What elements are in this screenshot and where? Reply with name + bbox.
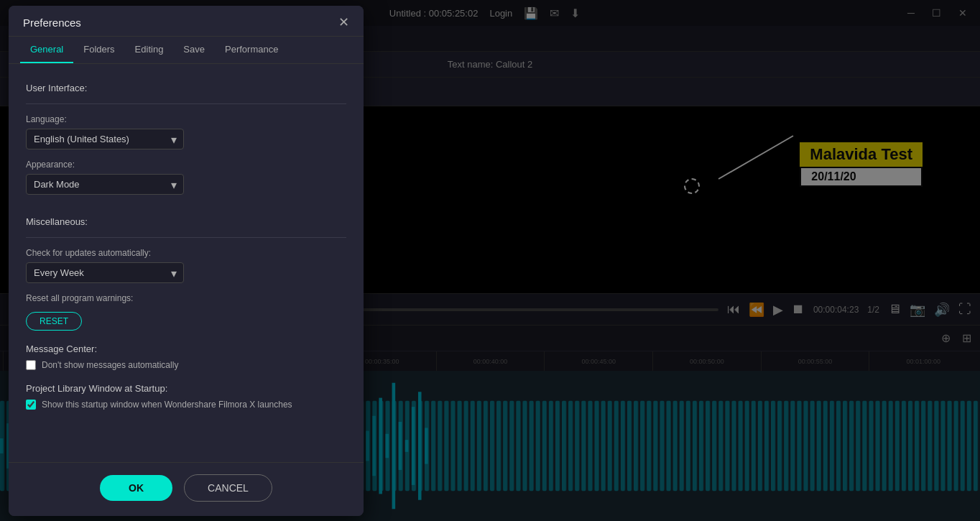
misc-section-title: Miscellaneous: — [26, 216, 346, 227]
preferences-dialog: Preferences ✕ General Folders Editing Sa… — [9, 6, 364, 516]
message-center-checkbox-row: Don't show messages automatically — [26, 360, 346, 370]
show-startup-checkbox[interactable] — [26, 400, 36, 410]
tab-folders[interactable]: Folders — [73, 37, 124, 63]
updates-select-wrapper: Every Day Every Week Every Month Never — [26, 262, 184, 283]
appearance-select-wrapper: Dark Mode Light Mode System Default — [26, 174, 184, 195]
dialog-header: Preferences ✕ — [9, 6, 364, 37]
misc-divider — [26, 237, 346, 238]
dont-show-messages-checkbox[interactable] — [26, 360, 36, 370]
ui-divider — [26, 103, 346, 104]
dialog-close-button[interactable]: ✕ — [338, 16, 349, 29]
appearance-label: Appearance: — [26, 160, 346, 170]
dont-show-messages-label: Don't show messages automatically — [42, 360, 178, 370]
dialog-overlay: Preferences ✕ General Folders Editing Sa… — [0, 0, 980, 521]
language-label: Language: — [26, 114, 346, 124]
miscellaneous-section: Miscellaneous: Check for updates automat… — [26, 216, 346, 370]
reset-warnings-label: Reset all program warnings: — [26, 293, 346, 303]
tab-performance[interactable]: Performance — [215, 37, 288, 63]
dialog-tabs: General Folders Editing Save Performance — [9, 37, 364, 64]
show-startup-label: Show this startup window when Wondershar… — [42, 400, 292, 410]
tab-editing[interactable]: Editing — [125, 37, 174, 63]
dialog-cancel-button[interactable]: CANCEL — [184, 474, 272, 502]
appearance-select[interactable]: Dark Mode Light Mode System Default — [26, 174, 184, 195]
dialog-ok-button[interactable]: OK — [100, 475, 172, 501]
updates-select[interactable]: Every Day Every Week Every Month Never — [26, 262, 184, 283]
tab-general[interactable]: General — [20, 37, 73, 63]
message-center-title: Message Center: — [26, 344, 346, 354]
dialog-body: User Interface: Language: English (Unite… — [9, 64, 364, 462]
language-select-wrapper: English (United States) Spanish French — [26, 129, 184, 149]
dialog-title: Preferences — [23, 17, 81, 29]
updates-label: Check for updates automatically: — [26, 248, 346, 258]
user-interface-section-title: User Interface: — [26, 83, 346, 93]
tab-save[interactable]: Save — [173, 37, 215, 63]
reset-button[interactable]: RESET — [26, 312, 82, 331]
startup-checkbox-row: Show this startup window when Wondershar… — [26, 400, 346, 410]
language-select[interactable]: English (United States) Spanish French — [26, 129, 184, 149]
project-library-section-title: Project Library Window at Startup: — [26, 383, 346, 394]
dialog-footer: OK CANCEL — [9, 462, 364, 516]
